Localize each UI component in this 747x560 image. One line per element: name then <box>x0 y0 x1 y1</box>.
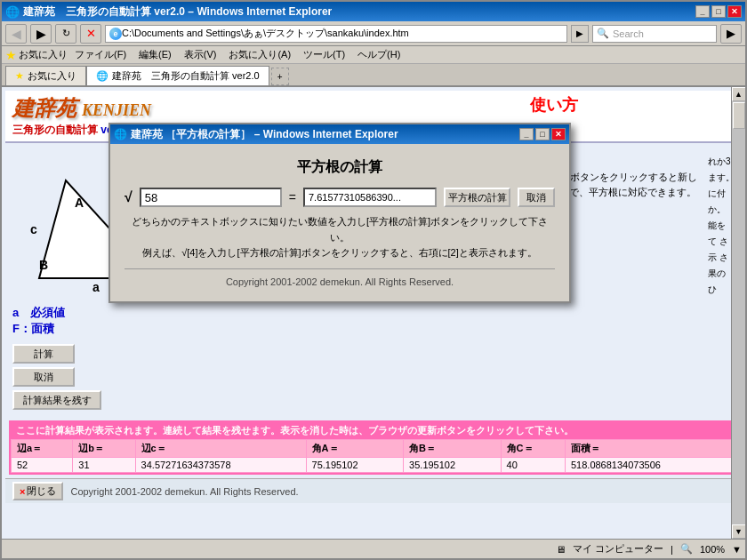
title-bar: 🌐 建辞苑 三角形の自動計算 ver2.0 – Windows Internet… <box>2 2 745 21</box>
modal-title-left: 🌐 建辞苑 ［平方根の計算］ – Windows Internet Explor… <box>114 127 398 142</box>
favorites-button[interactable]: ★ お気に入り <box>5 48 68 62</box>
window-title: 建辞苑 三角形の自動計算 ver2.0 – Windows Internet E… <box>23 4 332 20</box>
stop-button[interactable]: ✕ <box>80 24 101 44</box>
menu-view[interactable]: 表示(V) <box>179 47 222 62</box>
menu-file[interactable]: ファイル(F) <box>69 47 132 62</box>
sqrt-input[interactable] <box>140 188 282 207</box>
tab-star-icon: ★ <box>15 70 24 82</box>
modal-maximize-button[interactable]: □ <box>535 128 550 140</box>
modal-copyright: Copyright 2001-2002 demekun. All Rights … <box>124 276 555 287</box>
zoom-level: 100% <box>700 544 725 555</box>
ie-icon: 🌐 <box>5 5 20 19</box>
title-bar-left: 🌐 建辞苑 三角形の自動計算 ver2.0 – Windows Internet… <box>5 4 332 20</box>
search-icon: 🔍 <box>597 28 609 39</box>
menu-help[interactable]: ヘルプ(H) <box>352 47 406 62</box>
maximize-button[interactable]: □ <box>711 5 726 18</box>
title-bar-buttons: _ □ ✕ <box>695 5 742 18</box>
modal-minimize-button[interactable]: _ <box>519 128 534 140</box>
zoom-dropdown-icon: ▼ <box>732 544 742 555</box>
status-right: 🖥 マイ コンピューター | 🔍 100% ▼ <box>556 542 742 556</box>
tab-main[interactable]: 🌐 建辞苑 三角形の自動計算 ver2.0 <box>86 66 269 85</box>
sqrt-cancel-button[interactable]: 取消 <box>518 188 555 207</box>
favorites-label: お気に入り <box>19 48 68 61</box>
content-area: 建辞苑 KENJIEN 三角形の自動計算 ver 使い方 <box>2 87 745 539</box>
menu-favorites[interactable]: お気に入り(A) <box>223 47 296 62</box>
ie-logo-small-tab: 🌐 <box>96 70 108 82</box>
menu-bar: ★ お気に入り ファイル(F) 編集(E) 表示(V) お気に入り(A) ツール… <box>2 46 745 64</box>
sqrt-result-input[interactable] <box>303 188 437 207</box>
modal-overlay: 🌐 建辞苑 ［平方根の計算］ – Windows Internet Explor… <box>2 87 745 539</box>
back-button[interactable]: ◀ <box>5 24 27 44</box>
menu-edit[interactable]: 編集(E) <box>133 47 177 62</box>
search-submit[interactable]: ▶ <box>720 24 742 44</box>
tab-add-button[interactable]: + <box>271 68 289 85</box>
address-bar[interactable]: e C:\Documents and Settings\あぁ\デスクトップ\sa… <box>105 25 567 43</box>
modal-title-buttons: _ □ ✕ <box>519 128 566 140</box>
modal-divider <box>124 268 555 269</box>
forward-button[interactable]: ▶ <box>30 24 52 44</box>
computer-icon: 🖥 <box>556 544 566 555</box>
modal-instruction-2: 例えば、√[4]を入力し[平方根の計算]ボタンをクリックすると、右項に[2]と表… <box>124 245 555 261</box>
status-divider: | <box>671 544 673 555</box>
browser-window: 🌐 建辞苑 三角形の自動計算 ver2.0 – Windows Internet… <box>0 0 747 560</box>
modal-instructions: どちらかのテキストボックスに知りたい数値を入力し[平方根の計算]ボタンをクリック… <box>124 214 555 261</box>
tabs-bar: ★ お気に入り 🌐 建辞苑 三角形の自動計算 ver2.0 + <box>2 64 745 87</box>
page-icon: e <box>109 28 122 40</box>
search-bar[interactable]: 🔍 Search <box>592 25 717 43</box>
go-button[interactable]: ▶ <box>571 25 589 43</box>
sqrt-symbol: √ <box>124 189 133 205</box>
refresh-button[interactable]: ↻ <box>55 24 76 44</box>
zoom-icon: 🔍 <box>680 543 693 555</box>
address-text: C:\Documents and Settings\あぁ\デスクトップ\sank… <box>122 27 409 40</box>
tab-favorites-label: お気に入り <box>28 69 76 83</box>
equals-sign: = <box>289 190 296 204</box>
status-text: マイ コンピューター <box>573 542 663 556</box>
nav-bar: ◀ ▶ ↻ ✕ e C:\Documents and Settings\あぁ\デ… <box>2 21 745 46</box>
modal-heading: 平方根の計算 <box>124 158 555 177</box>
minimize-button[interactable]: _ <box>695 5 710 18</box>
modal-content: 平方根の計算 √ = 平方根の計算 取消 どちらかのテキストボックスに知りたい数… <box>110 144 569 301</box>
modal-title-bar: 🌐 建辞苑 ［平方根の計算］ – Windows Internet Explor… <box>110 124 569 144</box>
sqrt-input-row: √ = 平方根の計算 取消 <box>124 188 555 207</box>
modal-window: 🌐 建辞苑 ［平方根の計算］ – Windows Internet Explor… <box>108 123 571 303</box>
sqrt-calc-button[interactable]: 平方根の計算 <box>444 188 510 207</box>
status-bar: 🖥 マイ コンピューター | 🔍 100% ▼ <box>2 539 745 558</box>
tab-main-label: 建辞苑 三角形の自動計算 ver2.0 <box>112 69 260 83</box>
search-placeholder: Search <box>613 28 644 39</box>
modal-icon: 🌐 <box>114 128 127 140</box>
modal-title-text: 建辞苑 ［平方根の計算］ – Windows Internet Explorer <box>131 127 398 142</box>
close-button[interactable]: ✕ <box>727 5 742 18</box>
menu-tools[interactable]: ツール(T) <box>298 47 350 62</box>
modal-instruction-1: どちらかのテキストボックスに知りたい数値を入力し[平方根の計算]ボタンをクリック… <box>124 214 555 245</box>
tab-favorites[interactable]: ★ お気に入り <box>5 66 86 85</box>
star-icon: ★ <box>5 48 17 62</box>
modal-close-button[interactable]: ✕ <box>551 128 566 140</box>
